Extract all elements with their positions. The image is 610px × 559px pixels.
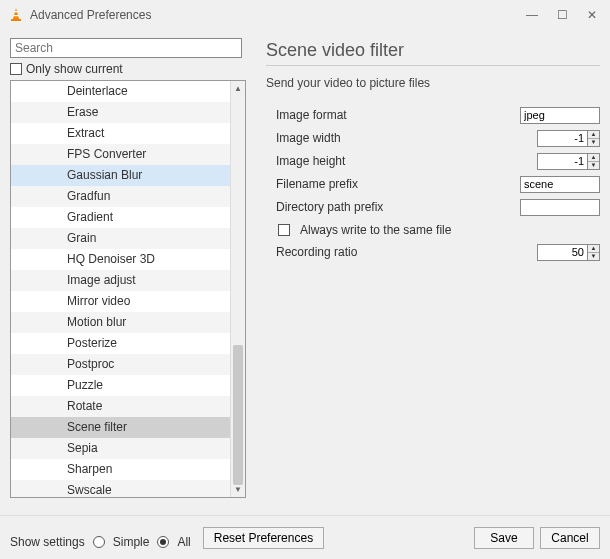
list-item[interactable]: Sepia bbox=[11, 438, 245, 459]
divider bbox=[266, 65, 600, 66]
image-width-input[interactable] bbox=[537, 130, 587, 147]
radio-all-label: All bbox=[177, 535, 190, 549]
image-width-label: Image width bbox=[276, 131, 426, 145]
close-icon[interactable]: ✕ bbox=[586, 8, 598, 22]
svg-rect-1 bbox=[14, 11, 18, 12]
scroll-thumb[interactable] bbox=[233, 345, 243, 485]
dir-prefix-input[interactable] bbox=[520, 199, 600, 216]
recording-ratio-label: Recording ratio bbox=[276, 245, 426, 259]
list-item[interactable]: Postproc bbox=[11, 354, 245, 375]
show-settings-label: Show settings bbox=[10, 535, 85, 549]
vlc-icon bbox=[8, 7, 24, 23]
recording-ratio-input[interactable] bbox=[537, 244, 587, 261]
list-item[interactable]: Rotate bbox=[11, 396, 245, 417]
svg-rect-0 bbox=[11, 19, 21, 21]
scrollbar[interactable]: ▲ ▼ bbox=[230, 81, 245, 497]
footer: Show settings Simple All Reset Preferenc… bbox=[0, 515, 610, 559]
filename-prefix-input[interactable] bbox=[520, 176, 600, 193]
cancel-button[interactable]: Cancel bbox=[540, 527, 600, 549]
list-item[interactable]: Motion blur bbox=[11, 312, 245, 333]
panel-desc: Send your video to picture files bbox=[266, 76, 600, 90]
always-write-label: Always write to the same file bbox=[300, 223, 451, 237]
image-height-label: Image height bbox=[276, 154, 426, 168]
list-item[interactable]: Grain bbox=[11, 228, 245, 249]
list-item[interactable]: Gaussian Blur bbox=[11, 165, 245, 186]
list-item[interactable]: Gradfun bbox=[11, 186, 245, 207]
only-current-checkbox[interactable] bbox=[10, 63, 22, 75]
titlebar: Advanced Preferences — ☐ ✕ bbox=[0, 0, 610, 30]
panel-title: Scene video filter bbox=[266, 40, 600, 61]
always-write-checkbox[interactable] bbox=[278, 224, 290, 236]
list-item[interactable]: Gradient bbox=[11, 207, 245, 228]
recording-ratio-spinner[interactable]: ▲▼ bbox=[587, 244, 600, 261]
list-item[interactable]: Mirror video bbox=[11, 291, 245, 312]
maximize-icon[interactable]: ☐ bbox=[556, 8, 568, 22]
image-width-spinner[interactable]: ▲▼ bbox=[587, 130, 600, 147]
list-item[interactable]: Extract bbox=[11, 123, 245, 144]
list-item[interactable]: Scene filter bbox=[11, 417, 245, 438]
list-item[interactable]: FPS Converter bbox=[11, 144, 245, 165]
list-item[interactable]: Erase bbox=[11, 102, 245, 123]
image-height-input[interactable] bbox=[537, 153, 587, 170]
list-item[interactable]: Puzzle bbox=[11, 375, 245, 396]
image-format-input[interactable] bbox=[520, 107, 600, 124]
image-height-spinner[interactable]: ▲▼ bbox=[587, 153, 600, 170]
search-input[interactable] bbox=[10, 38, 242, 58]
radio-simple-label: Simple bbox=[113, 535, 150, 549]
minimize-icon[interactable]: — bbox=[526, 8, 538, 22]
radio-simple[interactable] bbox=[93, 536, 105, 548]
reset-button[interactable]: Reset Preferences bbox=[203, 527, 324, 549]
save-button[interactable]: Save bbox=[474, 527, 534, 549]
dir-prefix-label: Directory path prefix bbox=[276, 200, 426, 214]
list-item[interactable]: Image adjust bbox=[11, 270, 245, 291]
scroll-down-icon[interactable]: ▼ bbox=[231, 482, 245, 497]
filename-prefix-label: Filename prefix bbox=[276, 177, 426, 191]
filter-list: DeinterlaceEraseExtractFPS ConverterGaus… bbox=[10, 80, 246, 498]
svg-rect-2 bbox=[13, 15, 18, 16]
scroll-up-icon[interactable]: ▲ bbox=[231, 81, 245, 96]
list-item[interactable]: Posterize bbox=[11, 333, 245, 354]
list-item[interactable]: Sharpen bbox=[11, 459, 245, 480]
image-format-label: Image format bbox=[276, 108, 426, 122]
list-item[interactable]: HQ Denoiser 3D bbox=[11, 249, 245, 270]
window-title: Advanced Preferences bbox=[30, 8, 526, 22]
radio-all[interactable] bbox=[157, 536, 169, 548]
list-item[interactable]: Deinterlace bbox=[11, 81, 245, 102]
list-item[interactable]: Swscale bbox=[11, 480, 245, 498]
only-current-label: Only show current bbox=[26, 62, 123, 76]
